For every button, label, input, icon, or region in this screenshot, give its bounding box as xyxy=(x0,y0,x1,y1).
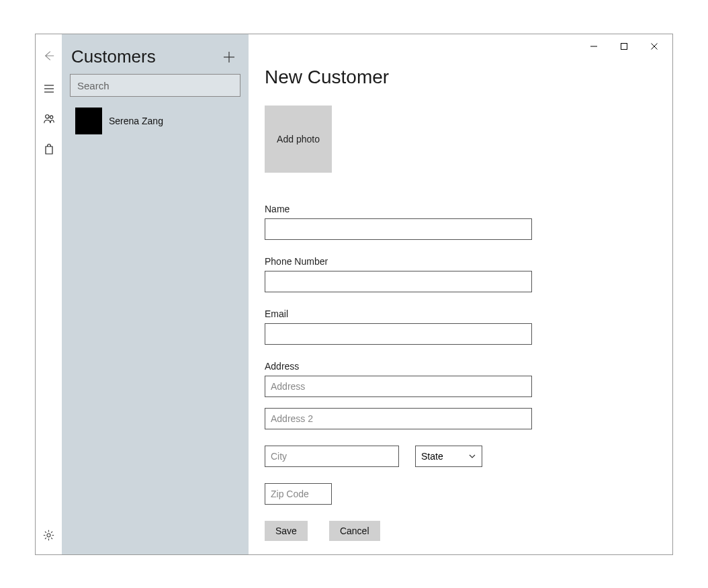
customer-name-label: Serena Zang xyxy=(109,116,163,126)
zip-group xyxy=(265,483,656,505)
close-button[interactable] xyxy=(639,36,669,56)
name-group: Name xyxy=(265,204,656,240)
maximize-button[interactable] xyxy=(609,36,639,56)
window-controls xyxy=(578,36,669,56)
sidebar-title: Customers xyxy=(71,46,156,67)
page-title: New Customer xyxy=(265,67,656,88)
main-content: New Customer Add photo Name Phone Number… xyxy=(249,34,672,554)
address-label: Address xyxy=(265,361,656,372)
save-button[interactable]: Save xyxy=(265,521,308,541)
sidebar: Customers Serena Zang xyxy=(62,34,249,554)
phone-input[interactable] xyxy=(265,271,532,292)
email-group: Email xyxy=(265,308,656,345)
back-button[interactable] xyxy=(36,42,62,69)
svg-rect-1 xyxy=(621,44,627,50)
close-icon xyxy=(650,42,658,50)
gear-icon xyxy=(43,530,54,541)
hamburger-icon xyxy=(44,83,54,94)
name-label: Name xyxy=(265,204,656,214)
minimize-button[interactable] xyxy=(578,36,609,56)
svg-point-8 xyxy=(50,116,52,118)
search-input[interactable] xyxy=(70,74,240,97)
cancel-button[interactable]: Cancel xyxy=(329,521,380,541)
bag-icon xyxy=(44,143,54,155)
customer-list-item[interactable]: Serena Zang xyxy=(62,103,249,138)
plus-icon xyxy=(223,51,235,63)
phone-label: Phone Number xyxy=(265,256,656,267)
city-state-row: State xyxy=(265,446,656,467)
maximize-icon xyxy=(620,42,628,50)
form-actions: Save Cancel xyxy=(265,521,656,541)
address2-input[interactable] xyxy=(265,408,532,429)
add-photo-label: Add photo xyxy=(277,134,320,144)
people-icon xyxy=(43,113,55,125)
sidebar-header: Customers xyxy=(62,34,249,74)
name-input[interactable] xyxy=(265,218,532,240)
state-select-label: State xyxy=(421,451,443,462)
email-label: Email xyxy=(265,308,656,319)
orders-nav[interactable] xyxy=(36,134,62,164)
address-input[interactable] xyxy=(265,376,532,397)
settings-nav[interactable] xyxy=(36,520,62,550)
state-select[interactable]: State xyxy=(415,446,482,467)
svg-point-7 xyxy=(45,114,48,118)
add-photo-button[interactable]: Add photo xyxy=(265,106,332,173)
menu-button[interactable] xyxy=(36,73,62,103)
add-customer-button[interactable] xyxy=(219,47,239,67)
email-input[interactable] xyxy=(265,323,532,345)
city-input[interactable] xyxy=(265,446,399,467)
phone-group: Phone Number xyxy=(265,256,656,292)
chevron-down-icon xyxy=(468,452,476,460)
customers-nav[interactable] xyxy=(36,103,62,134)
nav-rail xyxy=(36,34,62,554)
avatar xyxy=(75,108,102,134)
app-window: Customers Serena Zang New Customer Add p… xyxy=(35,34,673,555)
address2-group xyxy=(265,408,656,429)
svg-point-9 xyxy=(47,534,50,537)
back-arrow-icon xyxy=(43,50,55,62)
address-group: Address xyxy=(265,361,656,397)
minimize-icon xyxy=(590,42,598,50)
zip-input[interactable] xyxy=(265,483,332,505)
